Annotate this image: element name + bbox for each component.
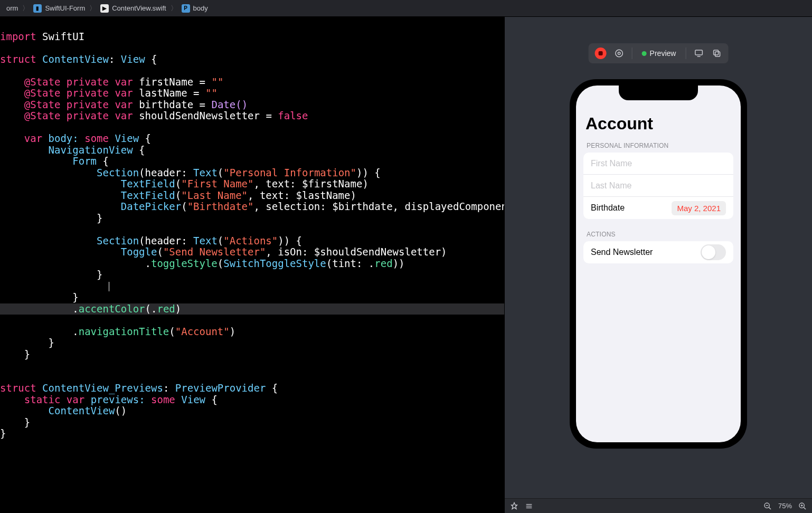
method-call: navigationTitle: [79, 326, 169, 337]
var-decl: firstName =: [139, 76, 211, 88]
module-name: SwiftUI: [42, 31, 84, 42]
keyword: static: [24, 394, 61, 405]
zoom-out-icon: [763, 502, 772, 510]
method-call: toggleStyle: [151, 258, 218, 269]
type-name: Toggle: [121, 246, 157, 258]
type-name: View: [121, 53, 145, 65]
page-title: Account: [576, 109, 741, 138]
stop-preview-button[interactable]: [595, 48, 607, 59]
breadcrumb-item-project[interactable]: orm: [3, 4, 21, 12]
preview-status-bar: 75%: [505, 498, 812, 513]
iphone-screen: Account PERSONAL INFORMATION First Name …: [576, 86, 741, 442]
type-name: ContentView_Previews: [42, 382, 163, 394]
string-literal: "": [205, 87, 218, 99]
breadcrumb-label: orm: [6, 4, 18, 12]
type-name: ContentView: [42, 53, 109, 65]
form-section-actions: Send Newsletter: [583, 241, 733, 263]
string-literal: "Actions": [223, 235, 278, 246]
string-literal: "Account": [175, 326, 230, 337]
arg-label: , selection:: [253, 201, 332, 212]
svg-rect-2: [695, 50, 703, 55]
attribute: @State: [24, 99, 61, 110]
keyword: private: [67, 110, 109, 121]
type-name: TextField: [121, 178, 175, 189]
type-name: View: [115, 132, 139, 144]
attribute: @State: [24, 87, 61, 99]
type-name: NavigationView: [49, 144, 133, 156]
svg-line-13: [804, 507, 806, 509]
var-decl: lastName =: [139, 87, 205, 99]
string-literal: "Birthdate": [187, 201, 254, 212]
breadcrumb-label: body: [193, 4, 208, 12]
type-name: ContentView: [49, 405, 115, 416]
type-name: Text: [193, 235, 218, 246]
svg-point-0: [616, 50, 623, 57]
preview-status-button[interactable]: Preview: [638, 49, 681, 58]
chevron-right-icon: 〉: [169, 4, 178, 13]
zoom-in-icon: [798, 502, 807, 510]
var-decl: birthdate =: [139, 99, 211, 110]
breadcrumb-item-file[interactable]: ▶ ContentView.swift: [97, 4, 169, 13]
duplicate-preview-button[interactable]: [709, 46, 724, 61]
type-name: DatePicker: [121, 201, 181, 212]
pin-icon: [510, 502, 518, 510]
last-name-field[interactable]: Last Name: [583, 175, 733, 197]
section-header: ACTIONS: [576, 226, 741, 241]
svg-rect-5: [713, 50, 718, 55]
type-name: View: [181, 394, 205, 405]
attribute: @State: [24, 76, 61, 88]
keyword: some: [151, 394, 175, 405]
type-name: Section: [97, 235, 139, 246]
var-decl: shouldSendNewsletter =: [139, 110, 278, 121]
newsletter-toggle[interactable]: [701, 244, 726, 260]
divider: [632, 48, 632, 59]
menu-button[interactable]: [525, 502, 533, 510]
keyword: var: [67, 394, 84, 405]
preview-settings-button[interactable]: [612, 46, 627, 61]
preview-pane: Preview Account PERSONAL INFORMATION Fir…: [504, 17, 812, 513]
enum-case: red: [157, 303, 175, 315]
keyword: false: [278, 110, 308, 121]
property-name: previews:: [91, 394, 151, 405]
keyword: struct: [0, 382, 36, 394]
keyword: struct: [0, 53, 36, 65]
binding: $birthdate: [332, 201, 392, 212]
keyword: private: [67, 99, 109, 110]
zoom-level: 75%: [778, 502, 792, 510]
preview-toolbar: Preview: [589, 43, 729, 63]
zoom-out-button[interactable]: [763, 502, 772, 510]
breadcrumb-item-symbol[interactable]: P body: [178, 4, 211, 13]
arg-label: , text:: [248, 189, 296, 201]
arg-label: header:: [145, 235, 194, 246]
binding: $shouldSendNewsletter: [314, 246, 441, 258]
breadcrumb-label: ContentView.swift: [112, 4, 166, 12]
breadcrumb-item-folder[interactable]: ▮ SwiftUI-Form: [30, 4, 88, 13]
keyword: var: [115, 87, 133, 99]
attribute: @State: [24, 110, 61, 121]
pin-button[interactable]: [510, 502, 518, 510]
keyword: var: [115, 99, 133, 110]
birthdate-value[interactable]: May 2, 2021: [672, 201, 726, 215]
string-literal: "": [211, 76, 223, 88]
first-name-field[interactable]: First Name: [583, 153, 733, 175]
folder-icon: ▮: [33, 4, 42, 13]
keyword: import: [0, 31, 36, 42]
birthdate-row[interactable]: Birthdate May 2, 2021: [583, 197, 733, 219]
device-button[interactable]: [691, 46, 706, 61]
property-icon: P: [182, 4, 190, 13]
menu-icon: [525, 502, 533, 510]
keyword: private: [67, 76, 109, 88]
keyword: var: [115, 76, 133, 88]
arg-label: , displayedComponents:: [393, 201, 504, 212]
string-literal: "Last Name": [181, 189, 248, 201]
type-name: SwitchToggleStyle: [223, 258, 326, 269]
code-editor[interactable]: import SwiftUI struct ContentView: View …: [0, 17, 504, 513]
svg-rect-4: [715, 52, 720, 56]
preview-label: Preview: [650, 49, 676, 58]
arg-label: header:: [145, 167, 194, 178]
method-call: accentColor: [79, 303, 145, 315]
zoom-in-button[interactable]: [798, 502, 807, 510]
status-dot-icon: [642, 51, 647, 56]
chevron-right-icon: 〉: [21, 4, 30, 13]
iphone-notch: [619, 86, 698, 100]
